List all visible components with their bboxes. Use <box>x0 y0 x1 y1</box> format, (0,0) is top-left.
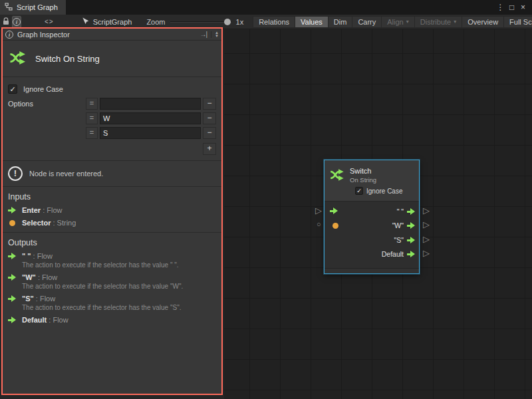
selector-value-port[interactable] <box>331 222 340 230</box>
output-port-marker[interactable]: ▷ <box>423 235 430 243</box>
flow-arrow-icon <box>330 207 338 215</box>
value-dot-icon <box>9 220 15 226</box>
inspector-toggle-button[interactable]: i <box>12 16 21 28</box>
output-port-marker[interactable]: ▷ <box>423 206 430 215</box>
drag-handle-icon[interactable]: = <box>86 98 98 110</box>
port-name: Selector <box>22 219 51 227</box>
inspected-node-title: Switch On String <box>35 54 100 64</box>
flow-arrow-icon <box>407 251 416 258</box>
option-row: = − <box>86 127 216 139</box>
inspector-fields: ✓ Ignore Case Options = − = − = − <box>3 77 221 160</box>
options-list: = − = − = − + <box>86 98 216 155</box>
window-menu-icon[interactable]: ⋮ <box>495 3 506 12</box>
relations-button[interactable]: Relations <box>253 16 295 28</box>
zoom-slider[interactable] <box>170 18 231 26</box>
tab-title: Script Graph <box>17 3 58 11</box>
code-view-button[interactable]: <> <box>44 16 55 28</box>
warning-icon: ! <box>8 166 23 181</box>
port-separator: : <box>34 295 40 303</box>
output-port-default[interactable]: Default <box>382 248 416 260</box>
add-option-row: + <box>86 143 216 155</box>
lock-button[interactable] <box>2 16 10 28</box>
output-port-w[interactable]: "W" <box>392 219 416 231</box>
flow-arrow-icon <box>8 207 17 214</box>
graph-breadcrumb[interactable]: ScriptGraph <box>81 17 132 27</box>
maximize-icon[interactable]: □ <box>506 3 517 12</box>
port-name: Default <box>22 316 47 324</box>
option-row: = − <box>86 98 216 110</box>
output-port-marker[interactable]: ▷ <box>423 249 430 257</box>
node-ignore-case-label: Ignore Case <box>366 188 402 195</box>
port-separator: : <box>51 219 57 227</box>
distribute-dropdown-button[interactable]: Distribute ▾ <box>414 16 462 28</box>
window-controls: ⋮ □ × <box>495 0 532 15</box>
options-field: Options = − = − = − + <box>8 98 216 155</box>
remove-option-button[interactable]: − <box>203 112 216 124</box>
align-dropdown-button[interactable]: Align ▾ <box>381 16 414 28</box>
output-port-label: " " <box>397 207 404 215</box>
value-dot-icon <box>332 223 338 229</box>
drag-handle-icon[interactable]: = <box>86 127 98 139</box>
titlebar: Script Graph ⋮ □ × <box>0 0 532 15</box>
port-separator: : <box>31 252 37 260</box>
code-icon: <> <box>45 18 54 25</box>
warning-text: Node is never entered. <box>29 170 103 178</box>
zoom-value: 1x <box>236 18 244 26</box>
option-row: = − <box>86 112 216 124</box>
flow-arrow-icon <box>407 208 416 215</box>
checkbox-checked-icon[interactable]: ✓ <box>355 187 363 195</box>
graph-inspector-panel: i Graph Inspector →| ▲ ▼ Switch On Strin… <box>1 27 223 395</box>
output-port-marker[interactable]: ▷ <box>423 220 430 229</box>
option-value-input[interactable] <box>100 112 201 124</box>
switch-icon <box>329 166 346 185</box>
port-description: The action to execute if the selector ha… <box>22 283 216 290</box>
ignore-case-checkbox[interactable]: ✓ Ignore Case <box>8 82 216 96</box>
graph-canvas[interactable]: ▷ ○ ▷ ▷ ▷ ▷ Switch On String ✓ Ignore Ca… <box>224 29 532 399</box>
port-name: Enter <box>22 206 41 214</box>
dock-icon[interactable]: →| <box>200 31 207 38</box>
chevron-down-icon: ▾ <box>406 19 409 25</box>
zoom-knob[interactable] <box>224 19 231 25</box>
fullscreen-button[interactable]: Full Screen <box>503 16 532 28</box>
outputs-section: Outputs " " : Flow The action to execute… <box>3 233 221 333</box>
remove-option-button[interactable]: − <box>203 98 216 110</box>
port-description: The action to execute if the selector ha… <box>22 261 216 269</box>
add-option-button[interactable]: + <box>203 143 216 155</box>
distribute-label: Distribute <box>420 18 451 26</box>
inputs-header: Inputs <box>8 192 216 201</box>
checkbox-checked-icon[interactable]: ✓ <box>8 84 17 94</box>
values-button[interactable]: Values <box>295 16 328 28</box>
output-port-item: "W" : Flow <box>8 273 216 281</box>
option-value-input[interactable] <box>100 127 201 139</box>
output-port-space[interactable]: " " <box>397 205 416 217</box>
option-value-input[interactable] <box>100 98 201 110</box>
enter-port-marker[interactable]: ▷ <box>315 206 322 215</box>
output-port-label: Default <box>382 250 404 258</box>
overview-button[interactable]: Overview <box>462 16 503 28</box>
toolbar-button-group: Relations Values Dim Carry Align ▾ Distr… <box>253 16 532 28</box>
switch-on-string-node[interactable]: Switch On String ✓ Ignore Case " " "W" "… <box>324 160 420 274</box>
carry-button[interactable]: Carry <box>352 16 381 28</box>
tab-script-graph[interactable]: Script Graph <box>0 0 66 15</box>
node-footer <box>325 268 419 273</box>
pane-stepper[interactable]: ▲ ▼ <box>211 31 219 38</box>
node-ignore-case-checkbox[interactable]: ✓ Ignore Case <box>355 187 402 195</box>
input-port-item: Selector : String <box>8 219 216 227</box>
inspector-header: i Graph Inspector →| ▲ ▼ <box>3 29 221 41</box>
selector-port-marker[interactable]: ○ <box>317 220 321 229</box>
drag-handle-icon[interactable]: = <box>86 112 98 124</box>
flow-arrow-icon <box>8 295 17 303</box>
zoom-control: Zoom 1x <box>146 18 243 26</box>
info-icon: i <box>13 18 21 26</box>
chevron-down-icon: ▼ <box>215 35 219 38</box>
output-port-s[interactable]: "S" <box>394 234 416 246</box>
node-header[interactable]: Switch On String ✓ Ignore Case <box>325 160 419 201</box>
port-name: "S" <box>22 295 34 303</box>
close-icon[interactable]: × <box>517 3 529 12</box>
script-graph-icon <box>81 17 90 27</box>
enter-flow-port[interactable] <box>330 207 338 216</box>
remove-option-button[interactable]: − <box>203 127 216 139</box>
port-type: Flow <box>42 273 57 281</box>
port-type: Flow <box>47 206 62 214</box>
dim-button[interactable]: Dim <box>328 16 352 28</box>
